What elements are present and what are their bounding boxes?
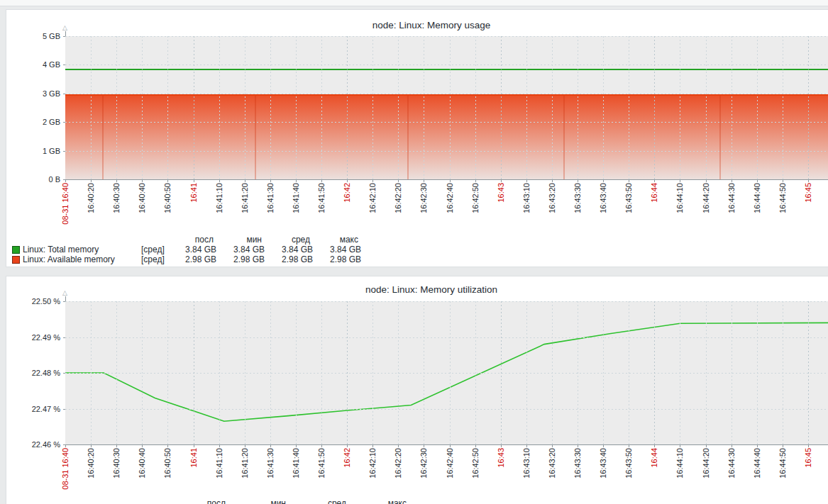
y-axis-arrow-icon: △ <box>62 290 67 296</box>
x-axis-tick <box>732 445 732 447</box>
x-axis-tick <box>296 180 297 182</box>
x-axis-tick <box>783 445 783 447</box>
x-axis-tick <box>142 445 143 447</box>
x-axis-tick-label: 16:41:10 <box>215 448 223 478</box>
x-axis-tick <box>91 180 92 182</box>
v-gridline <box>552 36 553 179</box>
v-gridline <box>680 36 680 179</box>
legend-value: 3.84 GB <box>216 245 265 254</box>
y-axis-tick-label: 22.47 % <box>6 405 60 413</box>
x-axis-tick-label: 16:44:10 <box>675 183 684 213</box>
x-axis-tick-label: 16:43:10 <box>522 183 531 213</box>
legend-col-min: мин <box>216 235 265 245</box>
memory-usage-plot[interactable] <box>65 36 828 179</box>
x-axis-tick <box>475 180 476 182</box>
memory-utilization-plot[interactable] <box>65 301 828 444</box>
y-axis-tick-label: 22.50 % <box>6 297 60 306</box>
v-gridline <box>475 301 476 444</box>
v-gridline <box>372 301 373 444</box>
x-axis-tick <box>757 180 758 182</box>
x-axis-tick <box>398 445 399 447</box>
x-axis-tick-label: 16:44 <box>650 183 658 203</box>
v-gridline <box>629 36 629 179</box>
legend-col-max: макс <box>313 235 361 245</box>
legend-value: 3.84 GB <box>313 245 361 254</box>
v-gridline <box>372 36 373 179</box>
x-axis-tick <box>526 445 527 447</box>
x-axis-tick-label: 16:45 <box>804 448 812 468</box>
v-gridline <box>296 36 297 179</box>
h-gridline <box>65 65 828 65</box>
x-axis-tick-label: 16:40:40 <box>138 183 146 213</box>
v-gridline <box>578 301 578 444</box>
x-axis-tick <box>629 445 629 447</box>
x-axis-tick <box>347 180 348 182</box>
x-axis-tick <box>65 445 66 447</box>
y-axis-tick <box>63 94 65 94</box>
x-axis-tick-label: 16:40:30 <box>112 183 121 213</box>
x-axis-tick <box>219 445 220 447</box>
legend-spacer <box>12 500 20 504</box>
legend-item-fn: [сред] <box>136 245 168 254</box>
x-axis-tick-label: 16:44:40 <box>753 448 761 478</box>
v-gridline <box>706 36 707 179</box>
x-axis-tick-label: 16:43 <box>497 448 505 468</box>
v-gridline <box>245 36 245 179</box>
y-axis-tick <box>63 65 65 65</box>
v-gridline <box>194 301 194 444</box>
x-axis-tick <box>475 445 476 447</box>
available-memory-area <box>65 94 828 179</box>
h-gridline <box>65 301 828 302</box>
legend-spacer <box>12 236 20 244</box>
x-axis-line <box>65 444 828 445</box>
h-gridline <box>65 36 828 37</box>
y-axis-tick-label: 1 GB <box>6 147 60 155</box>
x-axis-tick <box>732 180 732 182</box>
h-gridline <box>65 373 828 374</box>
v-gridline <box>757 36 758 179</box>
v-gridline <box>783 36 783 179</box>
x-axis-tick <box>270 445 271 447</box>
v-gridline <box>219 301 220 444</box>
x-axis-tick-label: 16:40:20 <box>87 183 95 213</box>
area-segment-line <box>102 96 104 179</box>
x-axis-tick <box>167 445 168 447</box>
x-axis-tick-label: 16:44:40 <box>753 183 761 213</box>
v-gridline <box>526 36 527 179</box>
x-axis-tick-label: 16:43:30 <box>573 183 582 213</box>
v-gridline <box>116 301 117 444</box>
x-axis-tick-label: 16:41:40 <box>292 448 300 478</box>
x-axis-tick <box>680 180 680 182</box>
x-axis-tick-label: 16:41:40 <box>292 183 300 213</box>
legend-col-avg: сред <box>289 499 349 504</box>
area-segment-line <box>255 96 256 179</box>
x-axis-tick-label: 16:43:30 <box>573 448 582 478</box>
x-axis-tick <box>245 445 245 447</box>
x-axis-tick <box>270 180 271 182</box>
legend-col-avg: сред <box>265 235 313 245</box>
v-gridline <box>526 301 527 444</box>
y-axis-tick <box>63 36 65 37</box>
x-axis-tick-label: 16:41 <box>189 448 198 468</box>
v-gridline <box>450 301 451 444</box>
x-axis-tick <box>321 445 322 447</box>
x-axis-tick <box>347 445 348 447</box>
x-axis-tick-label: 16:44:20 <box>702 448 710 478</box>
legend-col-min: мин <box>228 499 289 504</box>
y-axis-tick <box>63 122 65 123</box>
v-gridline <box>757 301 758 444</box>
x-axis-tick <box>706 445 707 447</box>
x-axis-tick-label: 16:42:40 <box>446 183 454 213</box>
legend-value: 3.84 GB <box>168 245 216 254</box>
y-axis-tick <box>63 409 65 410</box>
legend-item-label: Linux: Total memory <box>23 245 136 254</box>
y-axis-tick <box>63 373 65 374</box>
v-gridline <box>321 36 322 179</box>
x-axis-tick <box>194 180 194 182</box>
x-axis-tick-label: 16:44 <box>650 448 658 468</box>
x-axis-tick <box>757 445 758 447</box>
x-axis-tick-label: 16:41:50 <box>317 183 326 213</box>
x-axis-tick-label: 16:42 <box>343 448 351 468</box>
memory-utilization-legend: посл мин сред макс <box>12 498 409 504</box>
v-gridline <box>732 301 732 444</box>
